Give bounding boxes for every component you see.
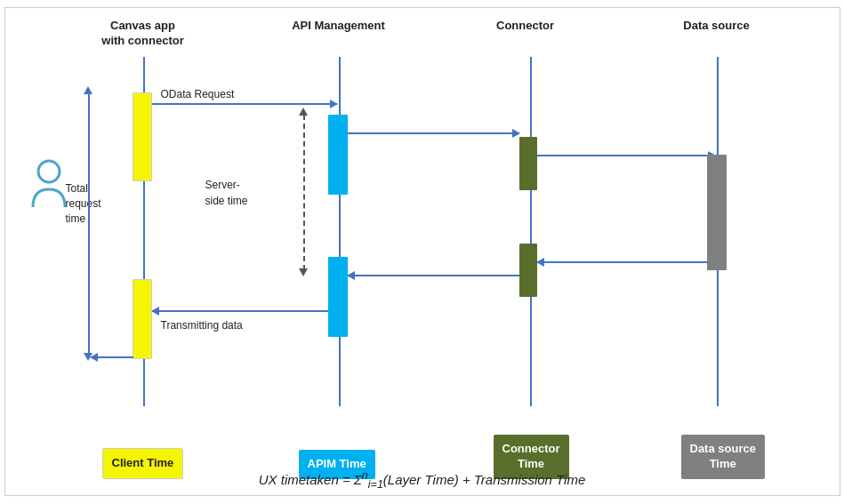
odata-request-arrow bbox=[152, 103, 337, 105]
formula: UX timetaken = Σni=1(Layer Time) + Trans… bbox=[5, 469, 840, 491]
lifeline-apim bbox=[339, 57, 341, 406]
odata-request-label: OData Request bbox=[161, 88, 235, 100]
total-request-arrow-top bbox=[84, 86, 92, 94]
final-return-arrow bbox=[91, 356, 133, 358]
apim-to-connector-arrow bbox=[348, 132, 519, 134]
svg-point-0 bbox=[38, 161, 60, 182]
server-side-label: Server-side time bbox=[205, 177, 248, 209]
total-request-v-line bbox=[88, 92, 90, 355]
server-side-v-line bbox=[303, 115, 305, 270]
ds-to-connector-arrow bbox=[537, 261, 708, 263]
canvas-block-top bbox=[133, 92, 152, 181]
apim-block-top bbox=[328, 115, 348, 195]
header-canvas: Canvas appwith connector bbox=[94, 19, 192, 49]
transmitting-data-label: Transmitting data bbox=[161, 319, 243, 332]
connector-block-top bbox=[519, 137, 537, 190]
apim-block-bottom bbox=[328, 257, 348, 337]
connector-to-ds-arrow bbox=[537, 155, 715, 156]
header-apim: API Management bbox=[290, 19, 388, 34]
person-icon bbox=[30, 159, 68, 212]
connector-to-apim-return-arrow bbox=[348, 275, 519, 276]
diagram-container: Canvas appwith connector API Management … bbox=[4, 7, 840, 496]
lifeline-connector bbox=[530, 57, 532, 406]
header-datasource: Data source bbox=[677, 19, 757, 34]
datasource-block bbox=[707, 155, 727, 270]
total-request-time-label: Totalrequesttime bbox=[66, 181, 101, 226]
server-side-arrow-top bbox=[299, 108, 308, 116]
header-connector: Connector bbox=[486, 19, 566, 34]
server-side-arrow-bottom bbox=[299, 268, 308, 276]
apim-to-canvas-return-arrow bbox=[152, 310, 328, 312]
connector-block-bottom bbox=[519, 244, 537, 297]
canvas-block-bottom bbox=[133, 279, 152, 359]
